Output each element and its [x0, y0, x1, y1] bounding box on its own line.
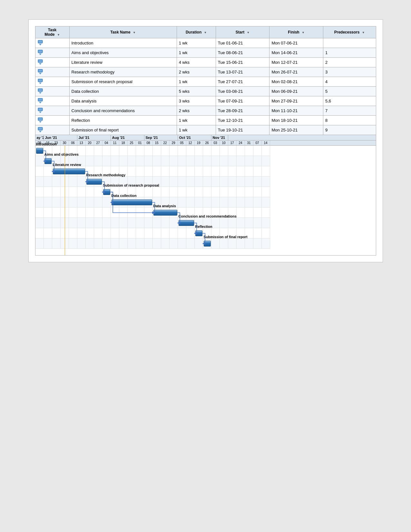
gantt-cell: [186, 197, 195, 207]
col-header-predecessors[interactable]: Predecessors ▼: [323, 26, 376, 38]
svg-marker-14: [39, 82, 42, 84]
col-header-taskmode[interactable]: TaskMode ▼: [35, 26, 69, 38]
gantt-cell: [203, 156, 211, 166]
task-mode-cell: [35, 106, 69, 116]
col-header-finish[interactable]: Finish ▼: [269, 26, 323, 38]
gantt-cell: [35, 208, 44, 218]
gantt-cell: [262, 146, 270, 156]
gantt-bar-label: Data collection: [112, 194, 137, 198]
gantt-cell: [69, 218, 77, 228]
gantt-bar-wrapper: Research methodology: [86, 179, 102, 185]
svg-rect-1: [39, 41, 42, 43]
table-row: Introduction1 wkTue 01-06-21Mon 07-06-21: [35, 38, 376, 48]
task-predecessors-cell: 4: [323, 77, 376, 87]
task-finish-cell: Mon 02-08-21: [269, 77, 323, 87]
gantt-cell: [86, 197, 94, 207]
gantt-cell: [77, 218, 86, 228]
task-duration-cell: 5 wks: [177, 87, 216, 96]
gantt-cell: [211, 156, 220, 166]
task-mode-cell: [35, 96, 69, 106]
gantt-cell: [103, 146, 111, 156]
gantt-cell: [220, 197, 228, 207]
task-name-cell: Aims and objectives: [69, 48, 177, 58]
gantt-cell: [237, 187, 245, 197]
gantt-cell: [245, 156, 253, 166]
gantt-cell: [52, 208, 61, 218]
table-row: Research methodology2 wksTue 13-07-21Mon…: [35, 67, 376, 77]
gantt-cell: [195, 146, 203, 156]
table-row: Data analysis3 wksTue 07-09-21Mon 27-09-…: [35, 96, 376, 106]
gantt-cell: [44, 197, 52, 207]
gantt-cell: [111, 208, 119, 218]
gantt-cell: [144, 156, 153, 166]
gantt-cell: [170, 187, 178, 197]
gantt-cell: [228, 177, 237, 187]
gantt-cell: [136, 238, 144, 248]
gantt-bar: [86, 179, 102, 185]
gantt-cell: [228, 146, 237, 156]
gantt-cell: [253, 197, 262, 207]
task-mode-cell: [35, 116, 69, 125]
task-duration-cell: 1 wk: [177, 77, 216, 87]
gantt-cell: [144, 187, 153, 197]
col-header-taskname[interactable]: Task Name ▼: [69, 26, 177, 38]
task-mode-cell: [35, 58, 69, 67]
gantt-bar-label: Data analysis: [153, 204, 176, 208]
gantt-cell: [77, 187, 86, 197]
gantt-cell: [136, 166, 144, 176]
gantt-month-label: Sep '21: [144, 135, 178, 140]
gantt-cell: [161, 156, 170, 166]
task-predecessors-cell: [323, 38, 376, 48]
task-start-cell: Tue 19-10-21: [216, 125, 269, 135]
svg-rect-25: [39, 118, 42, 120]
gantt-cell: [161, 146, 170, 156]
gantt-week-label: 26: [203, 140, 211, 145]
gantt-bar-wrapper: Data collection: [112, 199, 152, 205]
gantt-cell: [220, 146, 228, 156]
task-mode-icon: [37, 88, 43, 94]
gantt-cell: [228, 156, 237, 166]
col-header-start[interactable]: Start ▼: [216, 26, 269, 38]
gantt-cell: [253, 238, 262, 248]
gantt-cell: [161, 218, 170, 228]
gantt-cell: [211, 197, 220, 207]
task-duration-cell: 3 wks: [177, 96, 216, 106]
task-mode-icon: [37, 49, 43, 55]
task-mode-icon: [37, 127, 43, 132]
table-row: Submission of research proposal1 wkTue 2…: [35, 77, 376, 87]
gantt-cell: [111, 156, 119, 166]
gantt-cell: [136, 146, 144, 156]
gantt-cell: [211, 238, 220, 248]
gantt-cell: [178, 197, 186, 207]
gantt-cell: [178, 187, 186, 197]
gantt-cell: [153, 187, 161, 197]
gantt-cell: [69, 187, 77, 197]
col-header-duration[interactable]: Duration ▼: [177, 26, 216, 38]
task-mode-icon: [37, 40, 43, 45]
gantt-bar-wrapper: Introduction: [36, 148, 43, 154]
gantt-months-row: ay '21Jun '21Jul '21Aug '21Sep '21Oct '2…: [35, 135, 376, 140]
task-mode-icon: [37, 78, 43, 84]
task-name-cell: Introduction: [69, 38, 177, 48]
gantt-cell: [170, 218, 178, 228]
gantt-bar-label: Reflection: [195, 225, 212, 228]
gantt-cell: [253, 187, 262, 197]
gantt-cell: [262, 238, 270, 248]
gantt-cell: [35, 197, 44, 207]
gantt-cell: [245, 146, 253, 156]
task-predecessors-cell: 8: [323, 116, 376, 125]
task-start-cell: Tue 03-08-21: [216, 87, 269, 96]
gantt-bar-label: Introduction: [36, 142, 57, 146]
gantt-cell: [220, 218, 228, 228]
gantt-week-label: 01: [136, 140, 144, 145]
gantt-cell: [211, 177, 220, 187]
gantt-cell: [245, 187, 253, 197]
gantt-cell: [103, 228, 111, 238]
gantt-cell: [153, 166, 161, 176]
gantt-cell: [253, 218, 262, 228]
gantt-body: IntroductionAims and objectivesLiteratur…: [35, 146, 270, 255]
task-name-cell: Submission of research proposal: [69, 77, 177, 87]
gantt-cell: [86, 187, 94, 197]
task-finish-cell: Mon 11-10-21: [269, 106, 323, 116]
task-mode-icon: [37, 98, 43, 103]
